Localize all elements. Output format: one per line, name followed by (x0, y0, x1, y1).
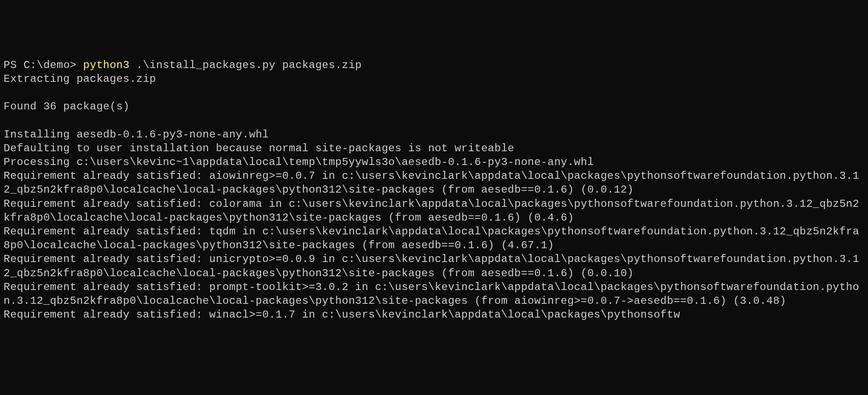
output-line: Extracting packages.zip (4, 73, 156, 85)
output-line: Processing c:\users\kevinc~1\appdata\loc… (4, 156, 594, 168)
output-line: Requirement already satisfied: winacl>=0… (4, 309, 680, 321)
output-line: Installing aesedb-0.1.6-py3-none-any.whl (4, 129, 269, 141)
command-executable: python3 (83, 59, 130, 71)
output-line: Requirement already satisfied: prompt-to… (4, 281, 859, 307)
prompt-ps: PS (4, 59, 24, 71)
terminal-output[interactable]: PS C:\demo> python3 .\install_packages.p… (4, 58, 864, 322)
command-args: .\install_packages.py packages.zip (130, 59, 362, 71)
output-line: Requirement already satisfied: unicrypto… (4, 253, 859, 279)
output-line: Requirement already satisfied: colorama … (4, 198, 859, 224)
prompt-path: C:\demo> (24, 59, 83, 71)
output-line: Found 36 package(s) (4, 101, 130, 113)
output-line: Requirement already satisfied: aiowinreg… (4, 170, 859, 196)
output-line: Defaulting to user installation because … (4, 142, 514, 154)
output-line: Requirement already satisfied: tqdm in c… (4, 226, 859, 251)
